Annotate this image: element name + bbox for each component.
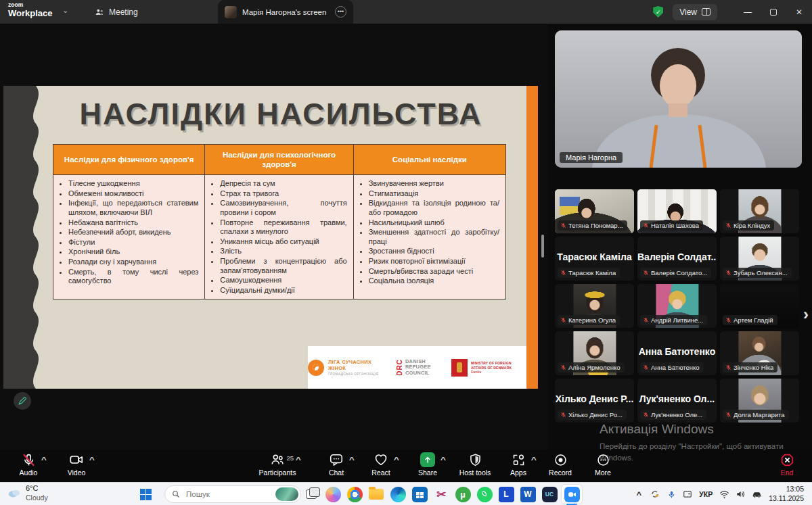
apps-label: Apps — [510, 468, 526, 477]
video-label: Video — [68, 468, 86, 477]
muted-mic-icon — [560, 270, 566, 276]
bullet-item: Соціальна ізоляція — [369, 276, 499, 286]
store-icon — [412, 487, 428, 502]
taskbar-clock[interactable]: 13:05 13.11.2025 — [765, 485, 812, 503]
start-button[interactable] — [135, 485, 156, 504]
react-button[interactable]: ^ React — [355, 452, 407, 477]
chrome-button[interactable] — [344, 485, 365, 504]
file-explorer-button[interactable] — [366, 485, 386, 504]
participant-name-tag: Артем Гладій — [723, 315, 777, 325]
search-box[interactable] — [164, 485, 301, 503]
tray-chevron-icon[interactable]: ^ — [631, 485, 647, 504]
bullet-item: Смерть, в тому числі через самогубство — [68, 268, 198, 286]
participant-big-name: Хілько Денис Р... — [555, 393, 634, 404]
store-button[interactable] — [409, 485, 430, 504]
system-tray: ^ УКР 13:05 13.11.2025 — [631, 483, 812, 505]
volume-icon[interactable] — [732, 485, 748, 504]
tab-options-button[interactable]: ••• — [335, 6, 346, 18]
share-button[interactable]: ^ Share — [402, 452, 453, 477]
bullet-item: Небезпечний аборт, викидень — [68, 228, 198, 237]
task-view-button[interactable] — [301, 485, 321, 504]
video-chevron-icon[interactable]: ^ — [89, 456, 95, 464]
participant-tile[interactable]: Анна БатютенкоАнна Батютенко — [637, 331, 717, 375]
participant-tile[interactable]: Артем Гладій — [720, 284, 799, 328]
bullet-item: Зменшення здатності до заробітку/праці — [369, 228, 499, 246]
participant-name-tag: Катерина Огула — [558, 315, 620, 325]
muted-mic-icon — [725, 412, 731, 418]
audio-chevron-icon[interactable]: ^ — [41, 456, 47, 464]
car-icon[interactable] — [748, 485, 765, 504]
participant-tile[interactable]: Аліна Ярмоленко — [555, 331, 634, 375]
l-app-button[interactable]: L — [496, 485, 516, 504]
participant-tile[interactable]: Зінченко Ніка — [720, 331, 799, 375]
next-page-button[interactable]: › — [800, 304, 811, 324]
liga-logo: ЛІГА СУЧАСНИХ ЖІНОК ГРОМАДСЬКА ОРГАНІЗАЦ… — [308, 359, 386, 376]
participant-name-tag: Кіра Кліндух — [723, 220, 774, 231]
participant-tile[interactable]: Наталія Шахова — [637, 189, 717, 233]
screen-share-tab[interactable]: Марія Нагорна's screen ••• — [218, 0, 353, 24]
edge-button[interactable] — [388, 485, 408, 504]
participants-button[interactable]: 25 ^ Participants — [252, 452, 303, 477]
speaker-video-image — [555, 30, 802, 168]
participant-tile[interactable]: Валерія Солдат...Валерія Солдато... — [637, 237, 717, 281]
workspace-chevron-icon[interactable]: ⌄ — [62, 6, 68, 15]
view-label: View — [679, 7, 697, 17]
tray-mic-icon[interactable] — [663, 485, 679, 504]
participant-tile[interactable]: Зубарь Олексан... — [720, 237, 799, 281]
participant-tile[interactable]: Лук'яненко Ол...Лук'яненко Оле... — [637, 379, 717, 423]
sync-icon[interactable] — [647, 485, 663, 504]
participant-tile[interactable]: Кіра Кліндух — [720, 189, 799, 233]
word-button[interactable]: W — [518, 485, 538, 504]
speaker-video[interactable]: Марія Нагорна — [555, 30, 802, 168]
participant-name-tag: Хілько Денис Ро... — [558, 410, 627, 420]
video-button[interactable]: ^ Video — [51, 452, 102, 477]
chat-chevron-icon[interactable]: ^ — [349, 456, 355, 464]
more-button[interactable]: More — [577, 452, 629, 477]
bullet-item: Смерть/вбивства заради честі — [369, 267, 499, 276]
participant-tile[interactable]: Тетяна Пономар... — [555, 189, 634, 233]
security-shield-icon[interactable]: ✓ — [653, 6, 663, 18]
zoom-taskbar-button[interactable] — [562, 485, 582, 504]
close-button[interactable]: ✕ — [786, 0, 812, 24]
drc-acronym: DRC — [397, 359, 403, 376]
ministry-subtitle: Danida — [471, 370, 526, 374]
annotation-pencil-button[interactable] — [14, 392, 31, 410]
meeting-tab[interactable]: Meeting — [88, 0, 145, 24]
participants-chevron-icon[interactable]: ^ — [296, 456, 301, 464]
utorrent-button[interactable]: µ — [453, 485, 473, 504]
language-indicator[interactable]: УКР — [696, 485, 716, 504]
participant-tile[interactable]: Долга Маргарита — [720, 379, 799, 423]
snipping-tool-button[interactable]: ✂ — [431, 485, 451, 504]
screen-clip-icon[interactable] — [679, 485, 696, 504]
chat-bubble-icon — [329, 452, 344, 467]
uc-app-button[interactable]: UC — [539, 485, 560, 504]
chat-button[interactable]: ^ Chat — [311, 452, 362, 477]
minimize-button[interactable]: — — [735, 0, 761, 24]
view-button[interactable]: View — [673, 4, 717, 20]
liga-title: ЛІГА СУЧАСНИХ ЖІНОК — [328, 359, 386, 371]
more-label: More — [595, 468, 611, 477]
ministry-logo: MINISTRY OF FOREIGN AFFAIRS OF DENMARK D… — [451, 359, 526, 377]
participant-tile[interactable]: Тарасюк КамілаТарасюк Каміла — [555, 237, 634, 281]
muted-mic-icon — [643, 412, 649, 418]
bullet-item: Страх та тривога — [220, 189, 346, 199]
bullet-item: Злість — [220, 247, 346, 256]
search-highlight-image[interactable] — [275, 487, 298, 501]
maximize-button[interactable] — [761, 0, 786, 24]
panel-resize-handle[interactable] — [541, 235, 544, 258]
wifi-icon[interactable] — [716, 485, 732, 504]
slide-title: НАСЛІДКИ НАСИЛЬСТВА — [51, 97, 511, 132]
copilot-icon — [325, 487, 341, 502]
search-input[interactable] — [185, 489, 263, 499]
copilot-button[interactable] — [323, 485, 343, 504]
whatsapp-button[interactable] — [474, 485, 495, 504]
participant-tile[interactable]: Андрій Литвине... — [637, 284, 717, 328]
weather-widget[interactable]: 6°C Cloudy — [7, 484, 48, 502]
react-chevron-icon[interactable]: ^ — [394, 456, 399, 464]
audio-button[interactable]: ^ Audio — [3, 452, 54, 477]
logos-strip: ЛІГА СУЧАСНИХ ЖІНОК ГРОМАДСЬКА ОРГАНІЗАЦ… — [308, 346, 526, 389]
participant-tile[interactable]: Катерина Огула — [555, 284, 634, 328]
participant-tile[interactable]: Хілько Денис Р...Хілько Денис Ро... — [555, 379, 634, 423]
end-button[interactable]: End — [761, 452, 812, 477]
share-chevron-icon[interactable]: ^ — [441, 456, 446, 464]
